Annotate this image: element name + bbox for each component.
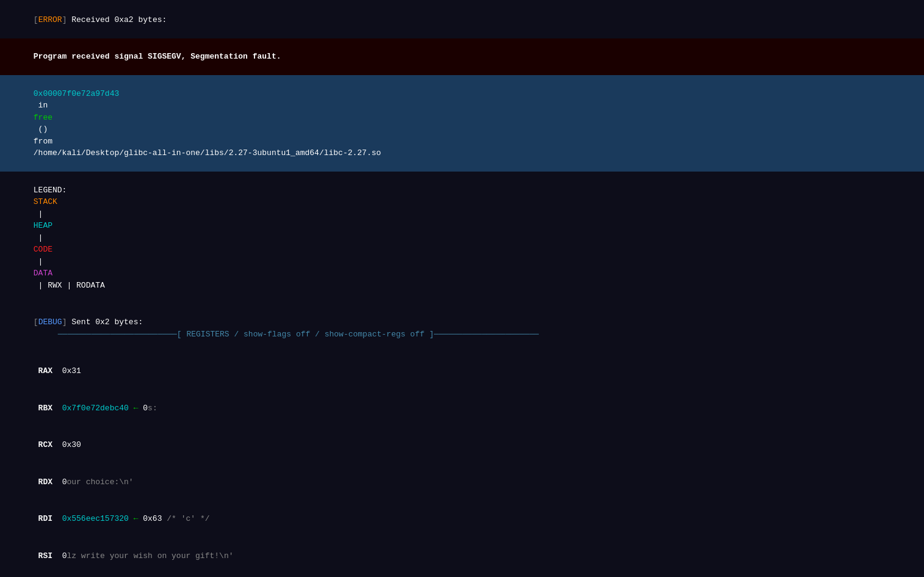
reg-rsi: RSI 0lz write your wish on your gift!\n' (0, 537, 924, 575)
reg-rdx: RDX 0our choice:\n' (0, 463, 924, 501)
reg-rbx: RBX 0x7f0e72debc40 ← 0s: (0, 390, 924, 427)
line-address: 0x00007f0e72a97d43 in free () from /home… (0, 75, 924, 172)
reg-rax: RAX 0x31 (0, 353, 924, 390)
reg-rdi: RDI 0x556eec157320 ← 0x63 /* 'c' */ (0, 501, 924, 538)
terminal-content: [ERROR] Received 0xa2 bytes: Program rec… (0, 0, 924, 577)
line-received-bytes: [ERROR] Received 0xa2 bytes: (0, 1, 924, 38)
line-legend: LEGEND: STACK | HEAP | CODE | DATA | RWX… (0, 172, 924, 304)
reg-rcx: RCX 0x30 (0, 427, 924, 464)
line-sigsegv: Program received signal SIGSEGV, Segment… (0, 38, 924, 76)
line-sent-bytes: [DEBUG] Sent 0x2 bytes: ────────────────… (0, 304, 924, 353)
reg-r8: R8 0x7fff4df01e11 ← 0x5000007fff4df01e (0, 575, 924, 578)
terminal-window: [ERROR] Received 0xa2 bytes: Program rec… (0, 0, 924, 577)
